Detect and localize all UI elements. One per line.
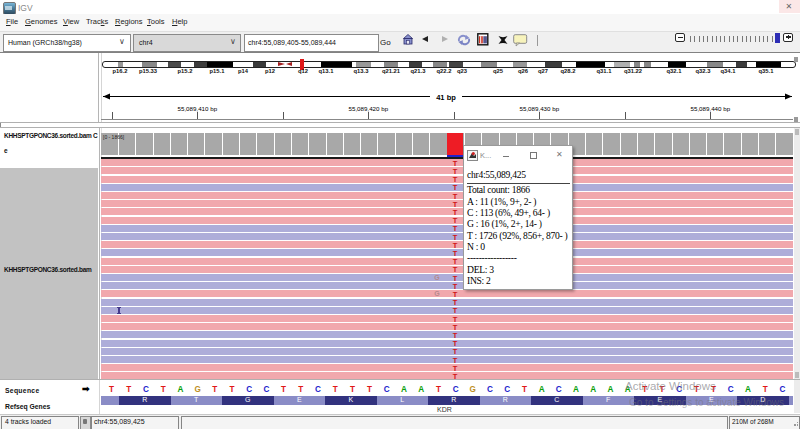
svg-text:41 bp: 41 bp [436, 93, 456, 102]
